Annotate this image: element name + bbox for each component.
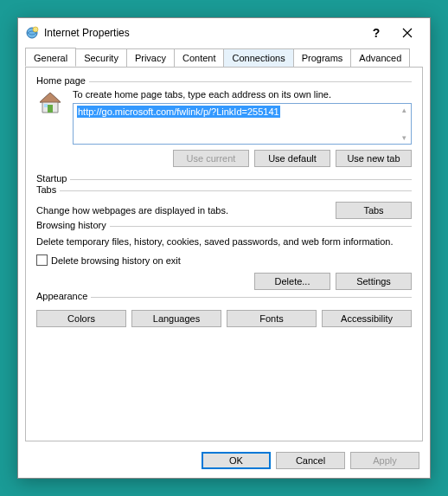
tab-privacy[interactable]: Privacy	[126, 48, 175, 68]
use-default-button[interactable]: Use default	[254, 150, 330, 167]
tab-programs[interactable]: Programs	[293, 48, 352, 68]
history-legend: Browsing history	[36, 220, 110, 230]
house-icon	[36, 89, 64, 119]
apply-button: Apply	[350, 452, 419, 469]
history-desc: Delete temporary files, history, cookies…	[36, 235, 412, 248]
appearance-legend: Appearance	[36, 291, 91, 301]
tab-general[interactable]: General	[25, 48, 76, 67]
tab-security[interactable]: Security	[75, 48, 127, 68]
homepage-legend: Home page	[36, 75, 89, 86]
homepage-desc: To create home page tabs, type each addr…	[73, 89, 412, 100]
svg-rect-4	[48, 105, 53, 113]
help-button[interactable]: ?	[361, 26, 392, 40]
tab-strip: General Security Privacy Content Connect…	[18, 48, 430, 67]
url-scrollbar[interactable]: ▴ ▾	[397, 104, 411, 144]
languages-button[interactable]: Languages	[131, 310, 221, 327]
startup-legend: Startup	[36, 173, 70, 184]
startup-group: Startup	[36, 179, 412, 184]
accessibility-button[interactable]: Accessibility	[322, 310, 412, 327]
homepage-group: Home page To create home page tabs, type…	[36, 81, 412, 167]
ok-button[interactable]: OK	[202, 452, 271, 469]
internet-options-icon	[25, 26, 39, 40]
appearance-group: Appearance Colors Languages Fonts Access…	[36, 297, 412, 327]
tab-content[interactable]: Content	[174, 48, 225, 68]
close-button[interactable]	[392, 28, 423, 38]
cancel-button[interactable]: Cancel	[276, 452, 345, 469]
colors-button[interactable]: Colors	[36, 310, 126, 327]
dialog-footer: OK Cancel Apply	[18, 447, 430, 478]
use-current-button: Use current	[173, 150, 249, 167]
tabs-button[interactable]: Tabs	[336, 202, 412, 219]
history-settings-button[interactable]: Settings	[336, 273, 412, 290]
fonts-button[interactable]: Fonts	[227, 310, 317, 327]
titlebar: Internet Properties ?	[18, 18, 430, 46]
svg-marker-3	[40, 93, 61, 102]
tab-advanced[interactable]: Advanced	[350, 48, 410, 68]
internet-properties-window: Internet Properties ? General Security P…	[17, 17, 431, 479]
homepage-url-text: http://go.microsoft.com/fwlink/p/?LinkId…	[77, 106, 280, 118]
delete-on-exit-checkbox[interactable]	[36, 254, 48, 266]
homepage-url-input[interactable]: http://go.microsoft.com/fwlink/p/?LinkId…	[73, 103, 412, 145]
scroll-down-icon[interactable]: ▾	[402, 133, 406, 142]
delete-button[interactable]: Delete...	[254, 273, 330, 290]
browsing-history-group: Browsing history Delete temporary files,…	[36, 226, 412, 290]
window-title: Internet Properties	[44, 27, 361, 39]
tabs-legend: Tabs	[36, 184, 60, 195]
general-panel: Home page To create home page tabs, type…	[25, 67, 423, 441]
tabs-group: Tabs Change how webpages are displayed i…	[36, 190, 412, 219]
tab-connections[interactable]: Connections	[223, 48, 293, 68]
svg-rect-5	[44, 104, 48, 107]
tabs-desc: Change how webpages are displayed in tab…	[36, 205, 329, 216]
delete-on-exit-label: Delete browsing history on exit	[51, 255, 181, 266]
scroll-up-icon[interactable]: ▴	[402, 106, 406, 114]
svg-point-1	[33, 27, 38, 32]
use-new-tab-button[interactable]: Use new tab	[336, 150, 412, 167]
